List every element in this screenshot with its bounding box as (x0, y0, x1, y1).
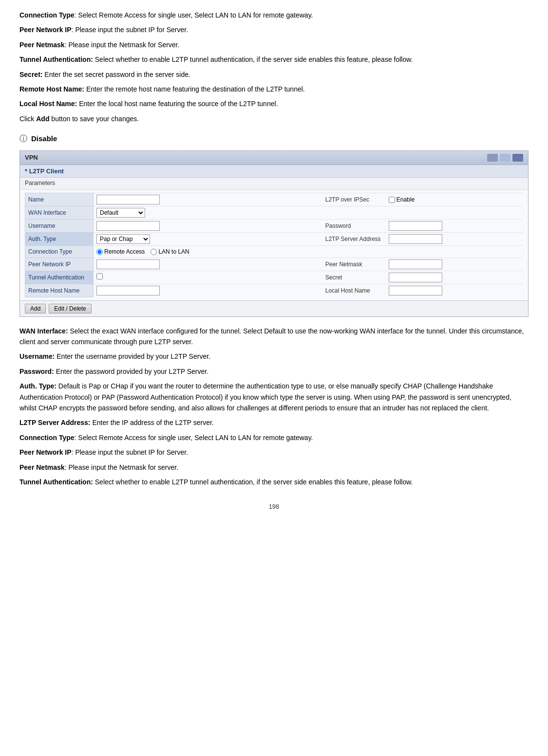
input-password[interactable] (389, 221, 442, 231)
label-name: Name (25, 193, 94, 206)
vpn-header-icons (487, 154, 523, 162)
para-secret: Secret: Enter the set secret password in… (19, 69, 529, 80)
top-paragraphs: Connection Type: Select Remote Access fo… (19, 10, 529, 124)
para-tunnel-auth-bottom: Tunnel Authentication: Select whether to… (19, 477, 529, 487)
radio-lan-to-lan-input[interactable] (151, 249, 157, 255)
vpn-panel-header: VPN (20, 151, 528, 165)
vpn-section-title: * L2TP Client (20, 165, 528, 178)
para-connection-type: Connection Type: Select Remote Access fo… (19, 10, 529, 20)
para-username: Username: Enter the username provided by… (19, 351, 529, 362)
tunnel-auth-cell (94, 271, 322, 284)
input-peer-network-ip[interactable] (96, 259, 160, 269)
vpn-panel: VPN * L2TP Client Parameters Name L2TP o… (19, 150, 529, 317)
label-peer-netmask: Peer Netmask (322, 258, 386, 271)
label-peer-network-ip: Peer Network IP (25, 258, 94, 271)
info-section: ⓘ Disable (19, 133, 529, 145)
vpn-buttons: Add Edit / Delete (20, 300, 528, 316)
add-button[interactable]: Add (25, 304, 46, 313)
label-l2tp-server: L2TP Server Address (322, 233, 386, 246)
input-secret[interactable] (389, 273, 442, 282)
table-row: WAN Interface Default (25, 206, 524, 220)
page-number: 198 (19, 502, 529, 512)
vpn-icon-2 (500, 154, 510, 162)
input-secret-cell (386, 271, 523, 284)
bottom-paragraphs: WAN Interface: Select the exact WAN inte… (19, 326, 529, 488)
table-row: Username Password (25, 220, 524, 233)
input-password-cell (386, 220, 523, 233)
input-name[interactable] (96, 195, 160, 204)
label-auth-type: Auth. Type (25, 233, 94, 246)
cell-empty-2 (386, 246, 523, 258)
label-tunnel-auth: Tunnel Authentication (25, 271, 94, 284)
para-peer-netmask-bottom: Peer Netmask: Please input the Netmask f… (19, 462, 529, 473)
para-click-add: Click Add button to save your changes. (19, 113, 529, 124)
para-tunnel-auth: Tunnel Authentication: Select whether to… (19, 54, 529, 65)
wan-interface-cell: Default (94, 206, 322, 220)
label-local-host-name: Local Host Name (322, 284, 386, 297)
label-wan-interface: WAN Interface (25, 206, 94, 220)
para-wan-interface: WAN Interface: Select the exact WAN inte… (19, 326, 529, 348)
enable-checkbox[interactable] (389, 197, 395, 203)
para-peer-network-ip-bottom: Peer Network IP: Please input the subnet… (19, 447, 529, 458)
input-remote-host[interactable] (96, 286, 160, 295)
label-empty-1 (322, 206, 386, 220)
vpn-icon-3 (512, 154, 523, 162)
input-username-cell (94, 220, 322, 233)
label-username: Username (25, 220, 94, 233)
para-auth-type: Auth. Type: Default is Pap or CHap if yo… (19, 381, 529, 413)
info-icon: ⓘ (19, 133, 27, 145)
enable-label: Enable (397, 195, 415, 204)
connection-type-cell: Remote Access LAN to LAN (94, 246, 322, 258)
radio-remote-access-input[interactable] (96, 249, 103, 255)
input-name-cell (94, 193, 322, 206)
radio-remote-access: Remote Access (96, 247, 145, 256)
tunnel-auth-checkbox[interactable] (96, 273, 103, 279)
label-remote-host-name: Remote Host Name (25, 284, 94, 297)
vpn-form: Name L2TP over IPSec Enable WAN Interfac… (20, 190, 528, 300)
para-peer-network-ip: Peer Network IP: Please input the subnet… (19, 24, 529, 35)
form-table: Name L2TP over IPSec Enable WAN Interfac… (25, 193, 523, 297)
vpn-icon-1 (487, 154, 498, 162)
connection-type-radio-group: Remote Access LAN to LAN (96, 247, 320, 256)
para-l2tp-server-address: L2TP Server Address: Enter the IP addres… (19, 417, 529, 428)
para-remote-host: Remote Host Name: Enter the remote host … (19, 84, 529, 94)
label-empty-2 (322, 246, 386, 258)
input-empty-1 (386, 206, 523, 220)
para-peer-netmask: Peer Netmask: Please input the Netmask f… (19, 39, 529, 50)
input-peer-network-ip-cell (94, 258, 322, 271)
table-row: Name L2TP over IPSec Enable (25, 193, 524, 206)
label-password: Password (322, 220, 386, 233)
edit-delete-button[interactable]: Edit / Delete (49, 304, 91, 313)
para-connection-type-bottom: Connection Type: Select Remote Access fo… (19, 432, 529, 443)
table-row: Peer Network IP Peer Netmask (25, 258, 524, 271)
table-row: Connection Type Remote Access LAN to LAN (25, 246, 524, 258)
radio-lan-to-lan-label: LAN to LAN (158, 247, 189, 256)
input-remote-host-cell (94, 284, 322, 297)
input-l2tp-server[interactable] (389, 234, 442, 244)
input-peer-netmask[interactable] (389, 259, 442, 269)
table-row: Remote Host Name Local Host Name (25, 284, 524, 297)
input-local-host[interactable] (389, 286, 442, 295)
vpn-title: VPN (25, 153, 38, 163)
wan-interface-select[interactable]: Default (96, 208, 145, 218)
radio-remote-access-label: Remote Access (104, 247, 145, 256)
input-peer-netmask-cell (386, 258, 523, 271)
input-username[interactable] (96, 221, 160, 231)
radio-lan-to-lan: LAN to LAN (151, 247, 189, 256)
info-label: Disable (31, 133, 57, 145)
auth-type-cell: Pap or Chap PAP CHAP (94, 233, 322, 246)
label-secret: Secret (322, 271, 386, 284)
para-local-host: Local Host Name: Enter the local host na… (19, 98, 529, 109)
vpn-parameters-label: Parameters (20, 178, 528, 190)
auth-type-select[interactable]: Pap or Chap PAP CHAP (96, 234, 150, 244)
label-connection-type: Connection Type (25, 246, 94, 258)
label-l2tp-over-ipsec: L2TP over IPSec (322, 193, 386, 206)
input-local-host-cell (386, 284, 523, 297)
input-l2tp-server-cell (386, 233, 523, 246)
enable-checkbox-cell: Enable (386, 193, 523, 206)
table-row: Tunnel Authentication Secret (25, 271, 524, 284)
para-password: Password: Enter the password provided by… (19, 366, 529, 377)
table-row: Auth. Type Pap or Chap PAP CHAP L2TP Ser… (25, 233, 524, 246)
